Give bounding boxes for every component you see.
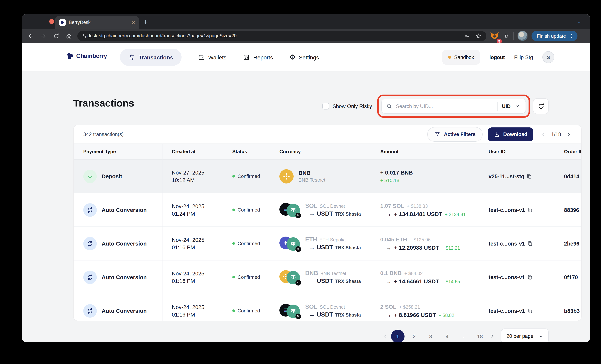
- column-divider: [162, 143, 162, 321]
- pagination-bar: 1 2 3 4 ... 18 20 per page: [383, 328, 549, 342]
- prev-page-icon[interactable]: [541, 132, 546, 137]
- site-settings-icon[interactable]: [82, 33, 87, 39]
- table-row[interactable]: Auto Conversion Nov-24, 202501:24 PM Con…: [74, 193, 581, 227]
- app-header: Chainberry Transactions Wallets Reports …: [22, 43, 590, 71]
- order-id: 2be96: [564, 241, 579, 246]
- table-row[interactable]: Auto Conversion Nov-24, 202501:16 PM Con…: [74, 227, 581, 261]
- pagination-prev-icon[interactable]: [383, 334, 388, 339]
- tab-search-chevron-icon[interactable]: ⌄: [575, 18, 583, 26]
- copy-icon[interactable]: [527, 274, 533, 280]
- tron-badge-icon: [295, 280, 301, 285]
- active-filters-button[interactable]: Active Filters: [428, 127, 483, 142]
- status-dot-icon: [232, 309, 235, 312]
- metamask-extension-icon[interactable]: 9: [490, 32, 499, 40]
- page-indicator: 1/18: [551, 131, 561, 137]
- chevron-down-icon: [515, 104, 520, 108]
- pagination-next-icon[interactable]: [490, 334, 495, 339]
- page-content: Transactions Show Only Risky UID: [22, 71, 590, 342]
- browser-menu-icon[interactable]: ⋮: [569, 34, 574, 38]
- copy-icon[interactable]: [527, 308, 533, 314]
- show-only-risky-checkbox[interactable]: [322, 103, 329, 110]
- finish-update-button[interactable]: Finish update ⋮: [531, 31, 578, 41]
- reload-button[interactable]: [50, 33, 62, 39]
- sandbox-environment-badge[interactable]: Sandbox: [442, 50, 480, 65]
- nav-item-transactions[interactable]: Transactions: [120, 49, 181, 66]
- refresh-button[interactable]: [533, 98, 549, 114]
- status-badge: Confirmed: [238, 308, 260, 313]
- status-badge: Confirmed: [238, 207, 260, 213]
- table-row[interactable]: Deposit Nov-27, 202510:12 AM Confirmed B…: [74, 160, 581, 193]
- page-button-1[interactable]: 1: [391, 329, 404, 342]
- new-tab-button[interactable]: +: [143, 17, 148, 27]
- browser-profile-avatar[interactable]: [517, 31, 528, 41]
- conversion-arrows-icon: [83, 237, 97, 250]
- bookmark-star-icon[interactable]: [475, 33, 482, 39]
- copy-icon[interactable]: [526, 173, 532, 179]
- header-user-id: User ID: [489, 144, 506, 159]
- nav-item-wallets[interactable]: Wallets: [198, 49, 226, 66]
- brand-name: Chainberry: [76, 53, 107, 60]
- transaction-count: 342 transaction(s): [83, 125, 124, 143]
- table-row[interactable]: Auto Conversion Nov-24, 202501:16 PM Con…: [74, 261, 581, 294]
- page-button-3[interactable]: 3: [424, 329, 437, 342]
- page-ellipsis: ...: [457, 329, 470, 342]
- page-title: Transactions: [73, 98, 134, 109]
- header-status: Status: [232, 144, 247, 159]
- url-bar[interactable]: desk-stg.chainberry.com/dashboard/transa…: [77, 31, 486, 41]
- logout-button[interactable]: logout: [489, 54, 505, 60]
- sandbox-dot-icon: [448, 56, 451, 59]
- home-button[interactable]: [62, 33, 75, 39]
- forward-button[interactable]: [37, 33, 50, 39]
- browser-tab-strip: BerryDesk ✕ + ⌄: [22, 14, 590, 29]
- show-only-risky-label: Show Only Risky: [332, 103, 372, 109]
- extensions-puzzle-icon[interactable]: [503, 32, 510, 39]
- filter-funnel-icon: [435, 131, 441, 137]
- header-currency: Currency: [279, 144, 301, 159]
- download-button[interactable]: Download: [488, 127, 533, 141]
- arrow-right-icon: →: [309, 311, 315, 318]
- status-badge: Confirmed: [238, 241, 260, 246]
- password-key-icon[interactable]: [464, 33, 470, 39]
- copy-icon[interactable]: [527, 207, 533, 213]
- search-type-dropdown[interactable]: UID: [502, 103, 521, 109]
- close-window-button[interactable]: [49, 19, 54, 24]
- per-page-dropdown[interactable]: 20 per page: [501, 328, 549, 342]
- tron-badge-icon: [295, 313, 301, 319]
- brand-logo[interactable]: Chainberry: [66, 52, 107, 60]
- status-dot-icon: [232, 209, 235, 211]
- back-button[interactable]: [24, 33, 37, 39]
- search-input[interactable]: [395, 103, 493, 109]
- arrow-right-icon: →: [385, 211, 391, 217]
- next-page-icon[interactable]: [566, 132, 571, 137]
- tron-badge-icon: [295, 212, 301, 218]
- toolbar-separator: [513, 32, 514, 40]
- table-row[interactable]: Auto Conversion Nov-24, 202501:16 PM Con…: [74, 294, 581, 321]
- user-id: test-c...ons-v1: [489, 274, 525, 280]
- header-amount: Amount: [380, 144, 399, 159]
- url-text: desk-stg.chainberry.com/dashboard/transa…: [87, 33, 464, 39]
- browser-tab[interactable]: BerryDesk ✕: [55, 16, 139, 29]
- order-id: b83b3: [564, 308, 580, 314]
- user-avatar[interactable]: S: [542, 51, 554, 63]
- page-button-18[interactable]: 18: [473, 329, 487, 342]
- search-bar[interactable]: UID: [381, 99, 526, 114]
- status-dot-icon: [232, 175, 235, 178]
- tab-close-icon[interactable]: ✕: [131, 20, 135, 25]
- chainberry-logo-icon: [66, 52, 74, 60]
- arrow-right-icon: →: [385, 278, 391, 284]
- user-name: Filip Stg: [514, 54, 533, 60]
- status-dot-icon: [232, 242, 235, 245]
- transactions-icon: [128, 54, 135, 61]
- user-id: test-c...ons-v1: [489, 207, 525, 213]
- header-payment-type: Payment Type: [83, 144, 116, 159]
- copy-icon[interactable]: [527, 241, 533, 246]
- nav-item-reports[interactable]: Reports: [243, 49, 273, 66]
- page-button-4[interactable]: 4: [441, 329, 454, 342]
- search-icon: [386, 103, 392, 109]
- page-button-2[interactable]: 2: [408, 329, 421, 342]
- header-created-at: Created at: [172, 144, 196, 159]
- nav-item-settings[interactable]: ⚙ Settings: [289, 49, 319, 66]
- browser-toolbar: desk-stg.chainberry.com/dashboard/transa…: [22, 29, 590, 43]
- amount-crypto: + 0.017 BNB: [380, 169, 413, 176]
- conversion-arrows-icon: [83, 304, 97, 317]
